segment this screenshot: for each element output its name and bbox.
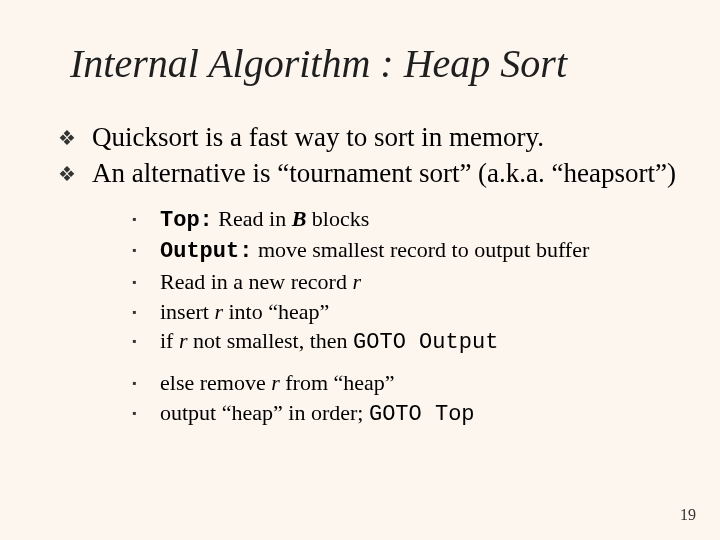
text-fragment: if (160, 328, 179, 353)
sub-bullet-item: ▪ else remove r from “heap” (132, 368, 680, 398)
text-fragment: blocks (306, 206, 369, 231)
var-b: B (292, 206, 307, 231)
diamond-bullet-icon: ❖ (58, 122, 92, 154)
slide-title: Internal Algorithm : Heap Sort (70, 40, 680, 87)
text-fragment: not smallest, then (188, 328, 354, 353)
text-fragment: from “heap” (280, 370, 395, 395)
diamond-bullet-icon: ❖ (58, 158, 92, 190)
var-r: r (352, 269, 361, 294)
sub-bullet-text: output “heap” in order; GOTO Top (160, 398, 680, 430)
page-number: 19 (680, 506, 696, 524)
bullet-text: Quicksort is a fast way to sort in memor… (92, 122, 680, 154)
slide: Internal Algorithm : Heap Sort ❖ Quickso… (0, 0, 720, 540)
sub-bullet-item: ▪ Top: Read in B blocks (132, 204, 680, 236)
square-bullet-icon: ▪ (132, 267, 160, 297)
var-r: r (179, 328, 188, 353)
square-bullet-icon: ▪ (132, 297, 160, 327)
text-fragment: move smallest record to output buffer (252, 237, 589, 262)
sub-bullet-text: else remove r from “heap” (160, 368, 680, 398)
sub-bullet-text: if r not smallest, then GOTO Output (160, 326, 680, 358)
sub-bullet-item: ▪ insert r into “heap” (132, 297, 680, 327)
sub-bullet-text: Read in a new record r (160, 267, 680, 297)
text-fragment: output “heap” in order; (160, 400, 369, 425)
square-bullet-icon: ▪ (132, 204, 160, 236)
sub-bullet-text: Output: move smallest record to output b… (160, 235, 680, 267)
bullet-item: ❖ An alternative is “tournament sort” (a… (58, 158, 680, 190)
bullet-text: An alternative is “tournament sort” (a.k… (92, 158, 680, 190)
var-r: r (214, 299, 223, 324)
sub-bullet-item: ▪ if r not smallest, then GOTO Output (132, 326, 680, 358)
sub-bullet-text: insert r into “heap” (160, 297, 680, 327)
text-fragment: Read in a new record (160, 269, 352, 294)
square-bullet-icon: ▪ (132, 368, 160, 398)
text-fragment: else remove (160, 370, 271, 395)
text-fragment: into “heap” (223, 299, 329, 324)
code-goto: GOTO Output (353, 330, 498, 355)
square-bullet-icon: ▪ (132, 398, 160, 430)
text-fragment: Read in (213, 206, 292, 231)
slide-body: ❖ Quicksort is a fast way to sort in mem… (58, 122, 680, 430)
sub-bullet-item: ▪ Output: move smallest record to output… (132, 235, 680, 267)
bullet-item: ❖ Quicksort is a fast way to sort in mem… (58, 122, 680, 154)
sub-bullet-text: Top: Read in B blocks (160, 204, 680, 236)
code-label: Output: (160, 239, 252, 264)
var-r: r (271, 370, 280, 395)
sub-bullet-list: ▪ Top: Read in B blocks ▪ Output: move s… (132, 204, 680, 430)
code-goto: GOTO Top (369, 402, 475, 427)
sub-bullet-item: ▪ Read in a new record r (132, 267, 680, 297)
text-fragment: insert (160, 299, 214, 324)
code-label: Top: (160, 208, 213, 233)
sub-bullet-item: ▪ output “heap” in order; GOTO Top (132, 398, 680, 430)
square-bullet-icon: ▪ (132, 235, 160, 267)
square-bullet-icon: ▪ (132, 326, 160, 358)
spacer (132, 358, 680, 368)
